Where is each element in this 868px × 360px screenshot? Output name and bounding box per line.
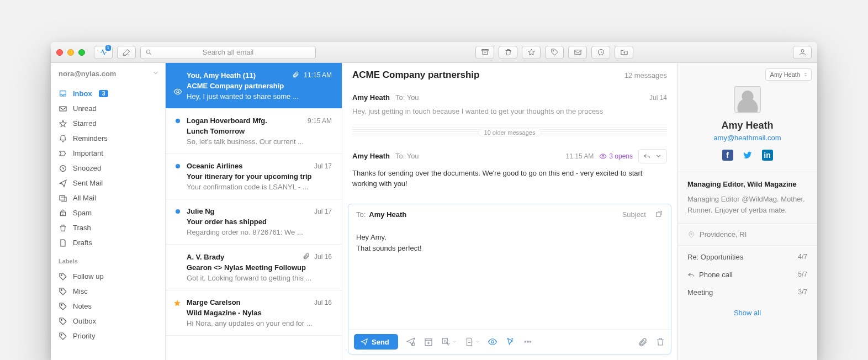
- contact-picker[interactable]: Amy Heath: [765, 68, 812, 81]
- folder-list: Inbox3UnreadStarredRemindersImportantSno…: [51, 84, 165, 252]
- sidebar: nora@nylas.com Inbox3UnreadStarredRemind…: [51, 63, 166, 360]
- reminders-icon: [59, 134, 67, 143]
- chevron-down-icon: [452, 337, 457, 347]
- label-item[interactable]: Misc: [51, 284, 165, 299]
- related-thread[interactable]: Meeting3/7: [678, 283, 817, 301]
- sidebar-item-spam[interactable]: Spam: [51, 205, 165, 220]
- more-options-button[interactable]: [523, 337, 533, 347]
- sidebar-item-reminders[interactable]: Reminders: [51, 131, 165, 146]
- svg-point-14: [61, 334, 62, 335]
- star-icon: [527, 48, 536, 56]
- compose-subject-placeholder[interactable]: Subject: [622, 210, 646, 219]
- show-all-link[interactable]: Show all: [678, 303, 817, 322]
- account-button[interactable]: [793, 46, 812, 59]
- contact-email[interactable]: amy@heathmail.com: [687, 134, 807, 142]
- reply-dropdown[interactable]: [638, 149, 667, 163]
- thread-from: You, Amy Heath (11): [187, 71, 288, 80]
- link-tracking-toggle[interactable]: [505, 337, 515, 347]
- label-button[interactable]: [545, 46, 564, 59]
- star-button[interactable]: [522, 46, 541, 59]
- move-button[interactable]: [615, 46, 633, 59]
- spam-icon: [59, 209, 67, 218]
- thread-time: 9:15 AM: [308, 117, 332, 125]
- message-expanded: Amy Heath To: You 11:15 AM 3 opens: [342, 144, 677, 196]
- label-item[interactable]: Priority: [51, 329, 165, 343]
- discard-button[interactable]: [655, 337, 665, 347]
- activity-button[interactable]: 1: [94, 46, 113, 59]
- older-messages-band[interactable]: 10 older messages: [352, 127, 667, 136]
- compose-to-label: To:: [356, 210, 366, 219]
- trash-icon: [59, 224, 67, 232]
- thread-item[interactable]: Oceanic AirlinesJul 17Your itinerary for…: [166, 154, 342, 199]
- label-item[interactable]: Outbox: [51, 314, 165, 329]
- sidebar-item-inbox[interactable]: Inbox3: [51, 86, 165, 101]
- label-item[interactable]: Notes: [51, 299, 165, 314]
- snooze-button[interactable]: [591, 46, 610, 59]
- templates-button[interactable]: [464, 337, 480, 347]
- trash-button[interactable]: [499, 46, 517, 59]
- related-thread[interactable]: Re: Opportunities4/7: [678, 248, 817, 266]
- close-window-button[interactable]: [56, 49, 63, 56]
- thread-subject: Lunch Tomorrow: [187, 127, 332, 135]
- open-tracking: 3 opens: [599, 152, 633, 160]
- account-header[interactable]: nora@nylas.com: [51, 63, 165, 84]
- svg-point-21: [491, 341, 494, 343]
- account-toggle-icon: [152, 69, 160, 78]
- open-tracking-toggle[interactable]: [488, 337, 497, 347]
- thread-item[interactable]: Julie NgJul 17Your order has shippedRega…: [166, 199, 342, 245]
- sidebar-item-drafts[interactable]: Drafts: [51, 235, 165, 250]
- contact-pane: Amy Heath Amy Heath amy@heathmail.com f …: [677, 63, 817, 360]
- label-item[interactable]: Follow up: [51, 269, 165, 284]
- more-icon: [523, 337, 533, 347]
- message-body: Thanks for sending over the documents. W…: [352, 163, 667, 192]
- trash-icon: [504, 48, 512, 56]
- mark-unread-button[interactable]: [568, 46, 587, 59]
- thread-item[interactable]: A. V. BradyJul 16Gearon <> Nylas Meeting…: [166, 245, 342, 290]
- attach-button[interactable]: [638, 337, 648, 347]
- sidebar-item-snoozed[interactable]: Snoozed: [51, 161, 165, 176]
- compose-popout-button[interactable]: [655, 210, 663, 220]
- thread-item[interactable]: Marge CarelsonJul 16Wild Magazine - Nyla…: [166, 290, 342, 336]
- user-icon: [798, 48, 807, 56]
- tag-icon: [59, 317, 67, 326]
- send-button[interactable]: Send: [354, 334, 398, 350]
- allmail-icon: [59, 194, 67, 203]
- message-preview: Hey, just getting in touch because I wan…: [352, 102, 667, 119]
- sidebar-item-starred[interactable]: Starred: [51, 116, 165, 131]
- thread-time: Jul 16: [314, 299, 332, 306]
- sidebar-item-allmail[interactable]: All Mail: [51, 190, 165, 205]
- compose-body[interactable]: Hey Amy, That sounds perfect!: [348, 225, 671, 330]
- linkedin-icon[interactable]: in: [762, 150, 773, 161]
- minimize-window-button[interactable]: [67, 49, 74, 56]
- starred-icon: [59, 119, 67, 128]
- twitter-icon[interactable]: [742, 150, 753, 161]
- sidebar-item-important[interactable]: Important: [51, 146, 165, 161]
- sidebar-item-sent[interactable]: Sent Mail: [51, 176, 165, 190]
- facebook-icon[interactable]: f: [722, 150, 733, 161]
- thread-item[interactable]: You, Amy Heath (11)11:15 AMACME Company …: [166, 63, 342, 109]
- zoom-window-button[interactable]: [78, 49, 85, 56]
- compose-icon: [123, 48, 131, 56]
- star-icon[interactable]: [173, 299, 181, 309]
- folder-move-icon: [620, 48, 628, 56]
- svg-rect-8: [60, 195, 65, 200]
- send-later-button[interactable]: [406, 337, 416, 347]
- search-field[interactable]: [140, 46, 316, 59]
- inbox-icon: [59, 89, 67, 98]
- archive-button[interactable]: [475, 46, 494, 59]
- sidebar-item-unread[interactable]: Unread: [51, 101, 165, 116]
- tag-icon: [551, 48, 559, 56]
- thread-item[interactable]: Logan Hoverboard Mfg.9:15 AMLunch Tomorr…: [166, 109, 342, 154]
- svg-point-5: [801, 50, 804, 52]
- reminder-button[interactable]: [424, 337, 433, 347]
- thread-subject: Your itinerary for your upcoming trip: [187, 172, 332, 181]
- search-input[interactable]: [151, 47, 305, 57]
- related-thread[interactable]: Phone call5/7: [678, 266, 817, 283]
- message-time: 11:15 AM: [566, 152, 594, 160]
- sidebar-item-trash[interactable]: Trash: [51, 220, 165, 235]
- translate-button[interactable]: [441, 337, 457, 347]
- unread-dot: [176, 209, 180, 214]
- compose-button[interactable]: [117, 46, 136, 59]
- unread-count: 3: [99, 90, 109, 97]
- message-collapsed[interactable]: Amy Heath To: You Jul 14 Hey, just getti…: [342, 88, 677, 124]
